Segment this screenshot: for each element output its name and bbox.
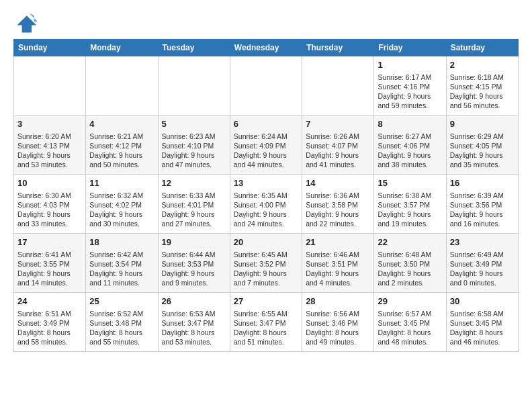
day-info: Sunrise: 6:18 AM Sunset: 4:15 PM Dayligh… — [450, 73, 515, 111]
day-info: Sunrise: 6:33 AM Sunset: 4:01 PM Dayligh… — [162, 191, 226, 229]
day-number: 9 — [450, 118, 515, 130]
calendar-cell: 24Sunrise: 6:51 AM Sunset: 3:49 PM Dayli… — [14, 293, 86, 352]
calendar-cell: 13Sunrise: 6:35 AM Sunset: 4:00 PM Dayli… — [230, 175, 302, 234]
calendar-week-row: 3Sunrise: 6:20 AM Sunset: 4:13 PM Daylig… — [14, 116, 519, 175]
calendar-cell: 8Sunrise: 6:27 AM Sunset: 4:06 PM Daylig… — [374, 116, 446, 175]
day-number: 20 — [234, 236, 298, 248]
day-info: Sunrise: 6:53 AM Sunset: 3:47 PM Dayligh… — [162, 309, 226, 347]
day-info: Sunrise: 6:45 AM Sunset: 3:52 PM Dayligh… — [234, 250, 298, 288]
day-number: 14 — [306, 177, 370, 189]
logo-icon — [13, 11, 38, 35]
day-number: 4 — [89, 118, 154, 130]
calendar-cell — [86, 56, 158, 116]
calendar-cell: 22Sunrise: 6:48 AM Sunset: 3:50 PM Dayli… — [374, 234, 446, 293]
calendar-cell: 17Sunrise: 6:41 AM Sunset: 3:55 PM Dayli… — [14, 234, 86, 293]
calendar-week-row: 1Sunrise: 6:17 AM Sunset: 4:16 PM Daylig… — [14, 56, 519, 116]
day-info: Sunrise: 6:46 AM Sunset: 3:51 PM Dayligh… — [306, 250, 370, 288]
day-info: Sunrise: 6:48 AM Sunset: 3:50 PM Dayligh… — [378, 250, 442, 288]
calendar-cell: 15Sunrise: 6:38 AM Sunset: 3:57 PM Dayli… — [374, 175, 446, 234]
day-number: 3 — [17, 118, 82, 130]
calendar-cell: 26Sunrise: 6:53 AM Sunset: 3:47 PM Dayli… — [158, 293, 230, 352]
calendar-day-header: Monday — [86, 40, 158, 56]
calendar-week-row: 17Sunrise: 6:41 AM Sunset: 3:55 PM Dayli… — [14, 234, 519, 293]
calendar-cell: 23Sunrise: 6:49 AM Sunset: 3:49 PM Dayli… — [446, 234, 518, 293]
calendar-cell: 2Sunrise: 6:18 AM Sunset: 4:15 PM Daylig… — [446, 56, 518, 116]
calendar-header-row: SundayMondayTuesdayWednesdayThursdayFrid… — [14, 40, 519, 56]
calendar-week-row: 24Sunrise: 6:51 AM Sunset: 3:49 PM Dayli… — [14, 293, 519, 352]
calendar-cell: 10Sunrise: 6:30 AM Sunset: 4:03 PM Dayli… — [14, 175, 86, 234]
day-info: Sunrise: 6:32 AM Sunset: 4:02 PM Dayligh… — [89, 191, 154, 229]
day-number: 16 — [450, 177, 515, 189]
calendar-cell: 4Sunrise: 6:21 AM Sunset: 4:12 PM Daylig… — [86, 116, 158, 175]
day-info: Sunrise: 6:36 AM Sunset: 3:58 PM Dayligh… — [306, 191, 370, 229]
day-info: Sunrise: 6:24 AM Sunset: 4:09 PM Dayligh… — [234, 132, 298, 170]
calendar-cell: 14Sunrise: 6:36 AM Sunset: 3:58 PM Dayli… — [302, 175, 374, 234]
day-info: Sunrise: 6:49 AM Sunset: 3:49 PM Dayligh… — [450, 250, 515, 288]
day-info: Sunrise: 6:21 AM Sunset: 4:12 PM Dayligh… — [89, 132, 154, 170]
day-info: Sunrise: 6:27 AM Sunset: 4:06 PM Dayligh… — [378, 132, 442, 170]
day-info: Sunrise: 6:39 AM Sunset: 3:56 PM Dayligh… — [450, 191, 515, 229]
calendar-day-header: Tuesday — [158, 40, 230, 56]
day-number: 30 — [450, 295, 515, 308]
calendar-cell: 7Sunrise: 6:26 AM Sunset: 4:07 PM Daylig… — [302, 116, 374, 175]
day-number: 12 — [162, 177, 226, 189]
day-number: 10 — [17, 177, 82, 189]
day-info: Sunrise: 6:41 AM Sunset: 3:55 PM Dayligh… — [17, 250, 82, 288]
calendar-cell: 6Sunrise: 6:24 AM Sunset: 4:09 PM Daylig… — [230, 116, 302, 175]
calendar-cell: 11Sunrise: 6:32 AM Sunset: 4:02 PM Dayli… — [86, 175, 158, 234]
calendar-day-header: Wednesday — [230, 40, 302, 56]
calendar-cell: 12Sunrise: 6:33 AM Sunset: 4:01 PM Dayli… — [158, 175, 230, 234]
calendar-cell — [302, 56, 374, 116]
calendar-cell: 28Sunrise: 6:56 AM Sunset: 3:46 PM Dayli… — [302, 293, 374, 352]
day-number: 2 — [450, 59, 515, 71]
calendar-cell: 20Sunrise: 6:45 AM Sunset: 3:52 PM Dayli… — [230, 234, 302, 293]
day-number: 21 — [306, 236, 370, 248]
day-number: 23 — [450, 236, 515, 248]
calendar-cell — [158, 56, 230, 116]
calendar-cell — [230, 56, 302, 116]
day-number: 24 — [17, 295, 82, 308]
header — [13, 11, 519, 35]
calendar-day-header: Sunday — [14, 40, 86, 56]
day-info: Sunrise: 6:20 AM Sunset: 4:13 PM Dayligh… — [17, 132, 82, 170]
day-number: 27 — [234, 295, 298, 308]
day-info: Sunrise: 6:26 AM Sunset: 4:07 PM Dayligh… — [306, 132, 370, 170]
day-number: 7 — [306, 118, 370, 130]
day-info: Sunrise: 6:44 AM Sunset: 3:53 PM Dayligh… — [162, 250, 226, 288]
day-info: Sunrise: 6:29 AM Sunset: 4:05 PM Dayligh… — [450, 132, 515, 170]
calendar-cell: 25Sunrise: 6:52 AM Sunset: 3:48 PM Dayli… — [86, 293, 158, 352]
day-number: 8 — [378, 118, 442, 130]
calendar-cell: 16Sunrise: 6:39 AM Sunset: 3:56 PM Dayli… — [446, 175, 518, 234]
day-info: Sunrise: 6:30 AM Sunset: 4:03 PM Dayligh… — [17, 191, 82, 229]
day-info: Sunrise: 6:51 AM Sunset: 3:49 PM Dayligh… — [17, 309, 82, 347]
calendar-cell: 27Sunrise: 6:55 AM Sunset: 3:47 PM Dayli… — [230, 293, 302, 352]
calendar-cell: 3Sunrise: 6:20 AM Sunset: 4:13 PM Daylig… — [14, 116, 86, 175]
day-info: Sunrise: 6:52 AM Sunset: 3:48 PM Dayligh… — [89, 309, 154, 347]
calendar-table: SundayMondayTuesdayWednesdayThursdayFrid… — [13, 39, 519, 352]
calendar-cell: 21Sunrise: 6:46 AM Sunset: 3:51 PM Dayli… — [302, 234, 374, 293]
calendar-cell: 1Sunrise: 6:17 AM Sunset: 4:16 PM Daylig… — [374, 56, 446, 116]
day-info: Sunrise: 6:56 AM Sunset: 3:46 PM Dayligh… — [306, 309, 370, 347]
calendar-cell: 18Sunrise: 6:42 AM Sunset: 3:54 PM Dayli… — [86, 234, 158, 293]
day-number: 1 — [378, 59, 442, 71]
calendar-cell — [14, 56, 86, 116]
day-info: Sunrise: 6:38 AM Sunset: 3:57 PM Dayligh… — [378, 191, 442, 229]
day-number: 25 — [89, 295, 154, 308]
calendar-cell: 29Sunrise: 6:57 AM Sunset: 3:45 PM Dayli… — [374, 293, 446, 352]
svg-marker-0 — [17, 15, 36, 32]
calendar-day-header: Friday — [374, 40, 446, 56]
day-info: Sunrise: 6:35 AM Sunset: 4:00 PM Dayligh… — [234, 191, 298, 229]
day-number: 15 — [378, 177, 442, 189]
logo — [13, 11, 40, 35]
day-number: 11 — [89, 177, 154, 189]
day-info: Sunrise: 6:58 AM Sunset: 3:45 PM Dayligh… — [450, 309, 515, 347]
day-number: 13 — [234, 177, 298, 189]
day-info: Sunrise: 6:17 AM Sunset: 4:16 PM Dayligh… — [378, 73, 442, 111]
calendar-week-row: 10Sunrise: 6:30 AM Sunset: 4:03 PM Dayli… — [14, 175, 519, 234]
calendar-cell: 30Sunrise: 6:58 AM Sunset: 3:45 PM Dayli… — [446, 293, 518, 352]
day-number: 6 — [234, 118, 298, 130]
calendar-day-header: Thursday — [302, 40, 374, 56]
day-number: 29 — [378, 295, 442, 308]
day-info: Sunrise: 6:57 AM Sunset: 3:45 PM Dayligh… — [378, 309, 442, 347]
day-number: 28 — [306, 295, 370, 308]
